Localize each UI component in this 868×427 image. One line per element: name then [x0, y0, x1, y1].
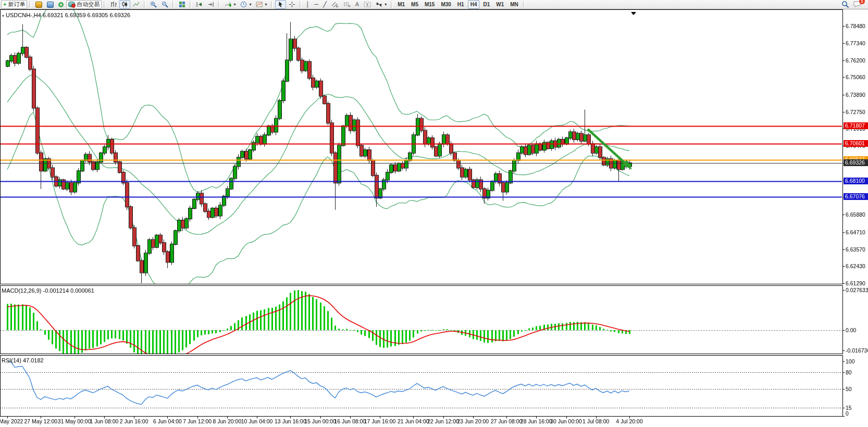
new-order-icon: + — [3, 1, 6, 8]
svg-text:E: E — [336, 5, 338, 8]
time-axis-label: 17 Jun 16:00 — [364, 418, 396, 424]
time-axis-label: 21 Jun 04:00 — [398, 418, 429, 424]
time-axis-label: 2 Jun 16:00 — [120, 418, 148, 424]
line-chart-button[interactable] — [131, 0, 142, 9]
svg-text:T: T — [366, 3, 369, 7]
timeframe-button-m5[interactable]: M5 — [408, 0, 421, 9]
channel-button[interactable]: E — [329, 0, 341, 9]
trendline-button[interactable]: ╱ — [321, 0, 329, 9]
candlestick-icon — [121, 1, 128, 8]
chat-icon[interactable]: 1 — [853, 1, 862, 8]
periods-button[interactable]: ▾ — [238, 0, 253, 9]
vertical-line-button[interactable]: │ — [304, 0, 312, 9]
timeframe-button-d1[interactable]: D1 — [480, 0, 492, 9]
data-window-button[interactable] — [45, 0, 56, 9]
time-axis-label: 1 Jul 08:00 — [582, 418, 609, 424]
toolbar-separator — [391, 1, 393, 8]
market-watch-button[interactable] — [33, 0, 44, 9]
indicators-button[interactable]: ▾ — [222, 0, 238, 9]
new-order-button[interactable]: + 新订单 — [1, 0, 27, 9]
price-tick-label: 6.78480 — [846, 23, 865, 29]
fibonacci-button[interactable]: F — [341, 0, 353, 9]
chart-title-symbol: USDCNH-,H4 — [6, 12, 41, 18]
macd-indicator-label: MACD(12,26,9) -0.001214 0.000061 — [2, 287, 94, 294]
data-window-icon — [47, 2, 54, 8]
symbol-dropdown-icon[interactable]: ▾ — [2, 14, 4, 18]
time-axis-label: 10 Jun 04:00 — [241, 418, 273, 424]
toolbar-right: 1 — [841, 1, 867, 8]
time-axis-label: 22 Jun 12:00 — [427, 418, 459, 424]
rsi-indicator-label: RSI(14) 47.0182 — [2, 357, 44, 363]
price-tick-label: 6.61290 — [846, 280, 865, 286]
bar-chart-button[interactable] — [108, 0, 119, 9]
chevron-down-icon: ▾ — [249, 2, 251, 7]
auto-trading-icon — [68, 2, 75, 7]
toolbar-separator — [218, 1, 220, 8]
macd-axis-label: -0.016736 — [846, 347, 868, 354]
cursor-icon — [277, 1, 284, 8]
timeframe-button-w1[interactable]: W1 — [493, 0, 506, 9]
market-watch-icon — [35, 2, 42, 8]
zoom-in-button[interactable] — [148, 0, 159, 9]
macd-axis-label: 0.027633 — [846, 287, 868, 293]
toolbar: + 新订单 自动交易 ▾ ▾ ▾ │ ─ ╱ E F A T ▾ M1M5M15… — [0, 0, 868, 9]
crosshair-button[interactable] — [287, 0, 297, 9]
zoom-out-button[interactable] — [159, 0, 170, 9]
price-chart-canvas[interactable] — [0, 9, 868, 427]
timeframe-button-h4[interactable]: H4 — [468, 0, 480, 9]
line-chart-icon — [133, 1, 140, 8]
templates-button[interactable]: ▾ — [254, 0, 269, 9]
price-tick-label: 6.62430 — [846, 263, 865, 269]
trendline-icon: ╱ — [323, 1, 327, 8]
time-axis-label: 8 Jun 20:00 — [213, 418, 241, 424]
timeframe-button-m15[interactable]: M15 — [422, 0, 437, 9]
timeframe-button-m30[interactable]: M30 — [438, 0, 453, 9]
chart-shift-button[interactable] — [205, 0, 216, 9]
text-label-icon: T — [364, 1, 371, 8]
new-order-label: 新订单 — [8, 1, 25, 8]
text-label-button[interactable]: T — [362, 0, 373, 9]
price-tick-label: 6.73890 — [846, 92, 865, 98]
tile-windows-button[interactable] — [177, 0, 188, 9]
timeframe-button-m1[interactable]: M1 — [395, 0, 407, 9]
arrows-icon — [376, 1, 382, 8]
cursor-button[interactable] — [275, 0, 286, 9]
arrows-button[interactable]: ▾ — [374, 0, 389, 9]
price-tick-label: 6.64710 — [846, 229, 865, 235]
time-axis-label: 27 May 12:00 — [24, 418, 58, 424]
time-axis-label: 30 Jun 00:00 — [550, 418, 582, 424]
auto-scroll-icon — [196, 1, 203, 8]
fibonacci-icon: F — [343, 1, 351, 8]
time-axis-label: 13 Jun 16:00 — [275, 418, 306, 424]
vertical-line-icon: │ — [306, 1, 309, 8]
toolbar-separator — [104, 1, 106, 8]
time-axis-label: 15 Jun 00:00 — [304, 418, 336, 424]
toolbar-separator — [271, 1, 273, 8]
horizontal-line-button[interactable]: ─ — [312, 0, 320, 9]
price-line-label: 6.67076 — [844, 193, 868, 200]
price-line-label: 6.71807 — [844, 122, 868, 129]
price-line-label: 6.68100 — [844, 178, 868, 184]
timeframe-button-h1[interactable]: H1 — [455, 0, 467, 9]
text-icon: A — [355, 1, 359, 8]
zoom-in-icon — [150, 1, 157, 8]
time-axis-label: 27 Jun 08:00 — [491, 418, 523, 424]
periods-icon — [240, 1, 247, 8]
auto-trading-button[interactable]: 自动交易 — [66, 0, 102, 9]
chevron-down-icon: ▾ — [265, 2, 267, 7]
horizontal-line-icon: ─ — [314, 1, 318, 8]
time-axis-label: 28 Jun 16:00 — [520, 418, 552, 424]
price-tick-label: 6.63570 — [846, 246, 865, 253]
timeframe-bar: M1M5M15M30H1H4D1W1MN — [395, 0, 521, 9]
text-button[interactable]: A — [353, 0, 361, 9]
search-icon[interactable] — [841, 1, 849, 8]
timeframe-button-mn[interactable]: MN — [507, 0, 521, 9]
auto-scroll-button[interactable] — [194, 0, 205, 9]
rsi-axis-label: 100 — [846, 358, 855, 365]
time-axis-label: 7 Jun 12:00 — [183, 418, 212, 424]
price-line-label: 6.70601 — [844, 140, 868, 147]
channel-icon: E — [331, 1, 339, 8]
candlestick-button[interactable] — [119, 0, 130, 9]
toolbar-separator — [523, 1, 525, 8]
navigator-button[interactable] — [56, 0, 66, 9]
